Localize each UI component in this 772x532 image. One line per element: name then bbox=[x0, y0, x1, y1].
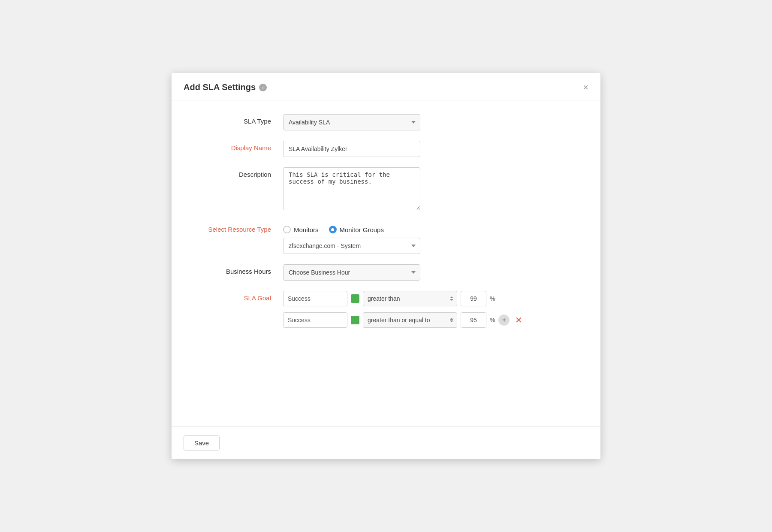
monitors-radio-circle bbox=[283, 226, 291, 233]
sla-goal-control: greater than greater than or equal to le… bbox=[283, 291, 575, 328]
goal-color-box-1[interactable] bbox=[351, 294, 359, 303]
display-name-control bbox=[283, 141, 575, 157]
business-hours-label: Business Hours bbox=[197, 264, 283, 275]
description-row: Description This SLA is critical for the… bbox=[197, 167, 575, 212]
modal-footer: Save bbox=[172, 426, 600, 459]
monitor-groups-label: Monitor Groups bbox=[340, 226, 384, 233]
goal-percent-2: % bbox=[490, 317, 495, 323]
goal-color-box-2[interactable] bbox=[351, 316, 359, 324]
display-name-row: Display Name bbox=[197, 141, 575, 157]
resource-type-control: Monitors Monitor Groups zfsexchange.com … bbox=[283, 222, 575, 254]
business-hours-select[interactable]: Choose Business Hour bbox=[283, 264, 420, 281]
add-sla-modal: Add SLA Settings i × SLA Type Availabili… bbox=[172, 73, 600, 459]
sla-goal-row-2: greater than greater than or equal to le… bbox=[283, 312, 575, 328]
sla-goal-label: SLA Goal bbox=[197, 291, 283, 302]
goal-type-input-2[interactable] bbox=[283, 312, 347, 328]
sla-type-row: SLA Type Availability SLA Performance SL… bbox=[197, 114, 575, 130]
modal-header: Add SLA Settings i × bbox=[172, 73, 600, 100]
goal-type-input-1[interactable] bbox=[283, 291, 347, 306]
sla-type-control: Availability SLA Performance SLA bbox=[283, 114, 575, 130]
business-hours-row: Business Hours Choose Business Hour bbox=[197, 264, 575, 281]
sla-type-select[interactable]: Availability SLA Performance SLA bbox=[283, 114, 420, 130]
monitors-label: Monitors bbox=[294, 226, 319, 233]
goal-percent-1: % bbox=[490, 295, 495, 302]
save-button[interactable]: Save bbox=[184, 435, 220, 450]
monitor-group-select[interactable]: zfsexchange.com - System bbox=[283, 238, 420, 254]
description-control: This SLA is critical for the success of … bbox=[283, 167, 575, 212]
remove-goal-button[interactable]: ✕ bbox=[513, 314, 524, 326]
monitor-group-dropdown-wrap: zfsexchange.com - System bbox=[283, 238, 420, 254]
sla-goal-row: SLA Goal greater than greater than or eq… bbox=[197, 291, 575, 328]
display-name-label: Display Name bbox=[197, 141, 283, 151]
goal-value-input-1[interactable] bbox=[461, 291, 486, 306]
goal-condition-select-1[interactable]: greater than greater than or equal to le… bbox=[363, 291, 457, 306]
resource-type-label: Select Resource Type bbox=[197, 222, 283, 233]
info-icon[interactable]: i bbox=[259, 84, 267, 91]
monitors-radio-option[interactable]: Monitors bbox=[283, 226, 319, 233]
resource-type-radio-group: Monitors Monitor Groups bbox=[283, 222, 575, 233]
sla-goal-section: greater than greater than or equal to le… bbox=[283, 291, 575, 328]
title-text: Add SLA Settings bbox=[184, 82, 256, 92]
description-textarea[interactable]: This SLA is critical for the success of … bbox=[283, 167, 420, 210]
display-name-input[interactable] bbox=[283, 141, 420, 157]
add-goal-button[interactable]: + bbox=[498, 314, 510, 326]
sla-goal-row-1: greater than greater than or equal to le… bbox=[283, 291, 575, 306]
resource-type-row: Select Resource Type Monitors Monitor Gr… bbox=[197, 222, 575, 254]
modal-body: SLA Type Availability SLA Performance SL… bbox=[172, 100, 600, 426]
close-button[interactable]: × bbox=[583, 83, 588, 92]
description-label: Description bbox=[197, 167, 283, 178]
goal-condition-select-2[interactable]: greater than greater than or equal to le… bbox=[363, 312, 457, 328]
goal-value-input-2[interactable] bbox=[461, 312, 486, 328]
sla-type-label: SLA Type bbox=[197, 114, 283, 125]
modal-title: Add SLA Settings i bbox=[184, 82, 267, 92]
monitor-groups-radio-option[interactable]: Monitor Groups bbox=[329, 226, 384, 233]
monitor-groups-radio-circle bbox=[329, 226, 337, 233]
business-hours-control: Choose Business Hour bbox=[283, 264, 575, 281]
